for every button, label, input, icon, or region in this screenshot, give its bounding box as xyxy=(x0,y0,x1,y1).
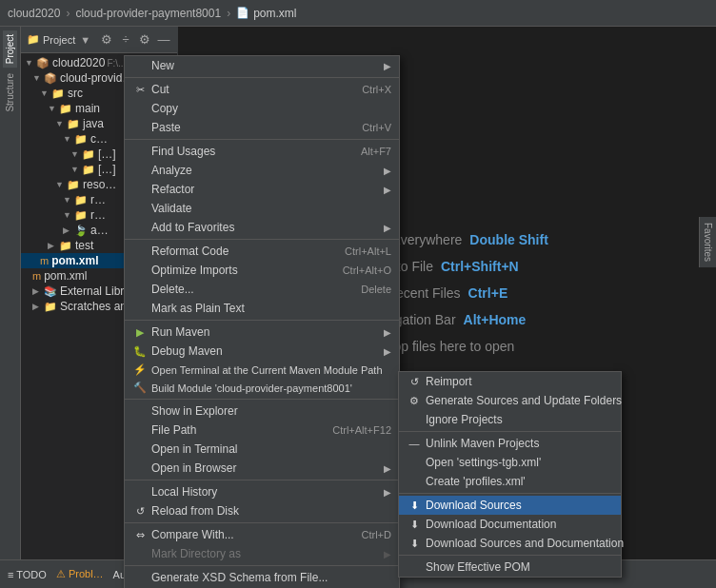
menu-item-delete[interactable]: Delete... Delete xyxy=(125,280,399,299)
menu-item-build-module[interactable]: 🔨 Build Module 'cloud-provider-payment80… xyxy=(125,379,399,397)
shortcut: Ctrl+D xyxy=(343,529,391,540)
submenu-item-generate-sources[interactable]: ⚙ Generate Sources and Update Folders xyxy=(399,391,621,410)
library-icon: 📚 xyxy=(44,285,57,298)
submenu-arrow: ▶ xyxy=(384,166,391,176)
menu-item-analyze[interactable]: Analyze ▶ xyxy=(125,161,399,180)
menu-item-validate[interactable]: Validate xyxy=(125,199,399,218)
tree-arrow: ▼ xyxy=(70,149,82,159)
menu-item-open-terminal[interactable]: ⚡ Open Terminal at the Current Maven Mod… xyxy=(125,361,399,379)
menu-item-mark-directory[interactable]: Mark Directory as ▶ xyxy=(125,544,399,563)
favorites-tab[interactable]: Favorites xyxy=(699,217,716,267)
menu-item-copy[interactable]: Copy xyxy=(125,99,399,118)
submenu-item-ignore-projects[interactable]: Ignore Projects xyxy=(399,410,621,429)
menu-label: Reload from Disk xyxy=(151,504,239,518)
toolbar-minimize-icon[interactable]: — xyxy=(156,32,171,48)
folder-icon: 📁 xyxy=(59,240,72,252)
title-project: cloud2020 xyxy=(8,7,60,20)
submenu-separator xyxy=(399,493,621,494)
download-docs-icon: ⬇ xyxy=(407,519,422,531)
debug-icon: 🐛 xyxy=(132,345,148,358)
menu-item-run-maven[interactable]: ▶ Run Maven ▶ xyxy=(125,323,399,342)
status-todo[interactable]: ≡ TODO xyxy=(8,569,47,580)
project-toolbar-title: 📁 Project ▼ xyxy=(27,33,90,46)
menu-label: Reformat Code xyxy=(151,245,229,258)
tree-label: r… xyxy=(90,193,106,206)
module-icon: 📦 xyxy=(36,57,50,69)
project-folder-icon: 📁 xyxy=(27,33,40,46)
tree-label: reso… xyxy=(83,178,116,191)
menu-separator xyxy=(125,239,399,240)
submenu-label: Ignore Projects xyxy=(426,413,503,426)
menu-item-refactor[interactable]: Refactor ▶ xyxy=(125,180,399,199)
cut-icon: ✂ xyxy=(132,84,148,96)
xml-icon: m xyxy=(32,270,41,282)
menu-label: Show in Explorer xyxy=(151,404,238,418)
menu-label: Find Usages xyxy=(151,145,215,158)
submenu-label: Create 'profiles.xml' xyxy=(426,475,526,488)
menu-item-debug-maven[interactable]: 🐛 Debug Maven ▶ xyxy=(125,342,399,361)
menu-item-optimize-imports[interactable]: Optimize Imports Ctrl+Alt+O xyxy=(125,261,399,280)
folder-icon: 📁 xyxy=(59,103,72,115)
shortcut: Delete xyxy=(342,284,391,295)
submenu-item-create-profiles[interactable]: Create 'profiles.xml' xyxy=(399,472,621,491)
menu-item-find-usages[interactable]: Find Usages Alt+F7 xyxy=(125,142,399,161)
submenu-item-open-settings[interactable]: Open 'settings-tgb.xml' xyxy=(399,453,621,472)
tree-arrow: ▼ xyxy=(63,195,74,205)
menu-label: Build Module 'cloud-provider-payment8001… xyxy=(151,382,352,394)
run-icon: ▶ xyxy=(132,326,148,339)
xml-file-icon: 📄 xyxy=(236,7,249,19)
menu-item-compare-with[interactable]: ⇔ Compare With... Ctrl+D xyxy=(125,525,399,544)
tree-arrow: ▶ xyxy=(32,286,44,296)
title-sep2: › xyxy=(227,7,230,20)
toolbar-settings-icon[interactable]: ⚙ xyxy=(99,32,114,48)
tree-label: cloud-provid… xyxy=(60,71,133,85)
menu-item-add-favorites[interactable]: Add to Favorites ▶ xyxy=(125,218,399,237)
menu-label: Compare With... xyxy=(151,528,234,541)
menu-item-show-explorer[interactable]: Show in Explorer xyxy=(125,402,399,421)
tree-arrow: ▼ xyxy=(25,58,36,68)
tree-label: java xyxy=(83,117,104,130)
menu-separator xyxy=(125,77,399,78)
submenu-item-download-sources[interactable]: ⬇ Download Sources xyxy=(399,496,621,515)
menu-item-mark-plain-text[interactable]: Mark as Plain Text xyxy=(125,299,399,318)
submenu-arrow: ▶ xyxy=(384,549,391,559)
sidebar-tab-project[interactable]: Project xyxy=(3,30,17,68)
toolbar-split-icon[interactable]: ÷ xyxy=(118,32,133,48)
submenu-item-show-effective-pom[interactable]: Show Effective POM xyxy=(399,558,621,577)
submenu-item-download-both[interactable]: ⬇ Download Sources and Documentation xyxy=(399,534,621,553)
menu-item-file-path[interactable]: File Path Ctrl+Alt+F12 xyxy=(125,421,399,440)
menu-item-reload-disk[interactable]: ↺ Reload from Disk xyxy=(125,501,399,520)
submenu-item-reimport[interactable]: ↺ Reimport xyxy=(399,372,621,391)
menu-label: Delete... xyxy=(151,283,194,296)
tree-label: […] xyxy=(98,163,116,176)
submenu-label: Download Sources and Documentation xyxy=(426,537,624,550)
menu-separator xyxy=(125,522,399,523)
tree-label: src xyxy=(68,87,83,100)
submenu-item-download-docs[interactable]: ⬇ Download Documentation xyxy=(399,515,621,534)
tree-arrow: ▼ xyxy=(63,210,74,220)
folder-icon: 📁 xyxy=(44,301,57,313)
menu-item-local-history[interactable]: Local History ▶ xyxy=(125,482,399,501)
tree-label: pom.xml xyxy=(51,254,98,267)
submenu-arrow: ▶ xyxy=(384,463,391,474)
toolbar-gear-icon[interactable]: ⚙ xyxy=(137,32,152,48)
submenu-item-unlink[interactable]: — Unlink Maven Projects xyxy=(399,434,621,453)
menu-item-cut[interactable]: ✂ Cut Ctrl+X xyxy=(125,80,399,99)
menu-item-generate-xsd[interactable]: Generate XSD Schema from File... xyxy=(125,568,399,587)
menu-item-new[interactable]: New ▶ xyxy=(125,56,399,75)
reload-icon: ↺ xyxy=(132,505,148,518)
shortcut: Alt+F7 xyxy=(342,146,391,157)
menu-item-open-in-terminal[interactable]: Open in Terminal xyxy=(125,440,399,459)
tree-arrow: ▶ xyxy=(63,225,74,235)
sidebar-tab-structure[interactable]: Structure xyxy=(3,69,17,116)
menu-item-reformat[interactable]: Reformat Code Ctrl+Alt+L xyxy=(125,242,399,261)
menu-label: Mark as Plain Text xyxy=(151,302,245,315)
menu-separator xyxy=(125,399,399,400)
menu-item-paste[interactable]: Paste Ctrl+V xyxy=(125,118,399,137)
shortcut: Ctrl+Alt+L xyxy=(326,245,391,257)
menu-item-open-in-browser[interactable]: Open in Browser ▶ xyxy=(125,459,399,478)
tree-arrow: ▶ xyxy=(48,241,59,250)
project-dropdown-arrow[interactable]: ▼ xyxy=(80,34,90,46)
menu-label: Open in Terminal xyxy=(151,442,238,456)
status-warning[interactable]: ⚠ Probl… xyxy=(56,568,104,580)
